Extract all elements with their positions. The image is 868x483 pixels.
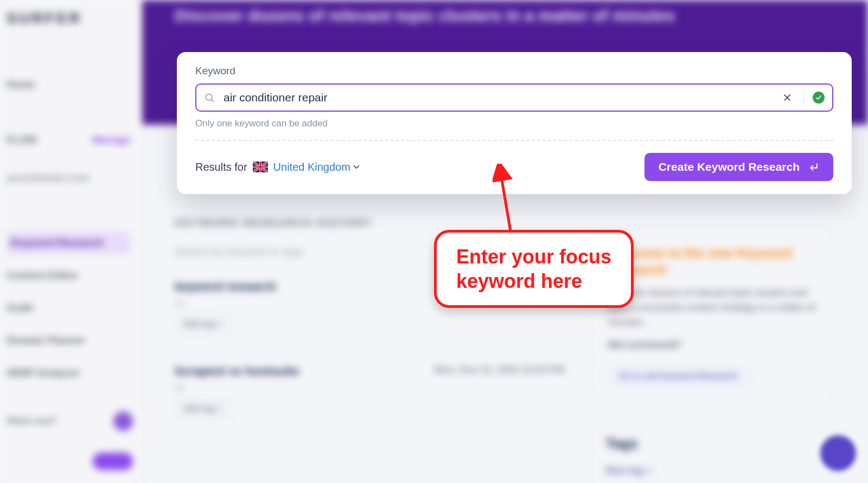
- create-research-label: Create Keyword Research: [659, 160, 800, 173]
- nav-audit[interactable]: Audit: [7, 297, 131, 319]
- history-add-tag[interactable]: Add tag +: [175, 314, 231, 334]
- keyword-label: Keyword: [195, 65, 833, 77]
- keyword-input-wrap[interactable]: [195, 83, 833, 112]
- welcome-title: Welcome to the new Keyword Research: [608, 244, 819, 278]
- nav-serp-analyzer[interactable]: SERP Analyzer: [7, 362, 131, 384]
- svg-rect-8: [253, 166, 268, 168]
- country-selector[interactable]: United Kingdom: [273, 161, 361, 173]
- nav-home[interactable]: Home: [7, 73, 131, 96]
- keyword-input[interactable]: [222, 91, 774, 105]
- nav-domain-planner[interactable]: Domain Planner: [7, 329, 131, 352]
- sidebar: SURFER Home FLOW Manage yourdomain.com K…: [0, 0, 142, 483]
- hero-headline: Discover dozens of relevant topic cluste…: [175, 7, 675, 24]
- enter-icon: [808, 162, 819, 172]
- flow-manage-link[interactable]: Manage: [92, 134, 131, 146]
- svg-line-1: [211, 99, 213, 101]
- history-date: Mon, Nov 21, 2022 12:03 PM: [435, 364, 564, 376]
- history-date: Mon, Nov 28, 2022 8:13 PM: [440, 280, 564, 291]
- results-for-label: Results for: [195, 161, 247, 173]
- whats-new-row[interactable]: What's new?: [7, 411, 133, 431]
- valid-check-icon: [813, 92, 825, 104]
- chevron-down-icon: [352, 162, 361, 172]
- history-heading: KEYWORD RESEARCH HISTORY: [175, 217, 564, 229]
- history-item[interactable]: Mon, Nov 28, 2022 8:13 PM keyword resear…: [175, 280, 564, 334]
- welcome-old-link[interactable]: Go to old Keyword Research: [608, 365, 749, 388]
- chat-fab[interactable]: [820, 435, 856, 471]
- flow-label: FLOW: [7, 134, 37, 146]
- input-separator: [803, 91, 804, 105]
- whats-new-badge-icon: [113, 411, 133, 431]
- history-search-hint[interactable]: Search by keyword or tags: [175, 246, 564, 258]
- uk-flag-icon: [253, 162, 268, 172]
- nav-content-editor[interactable]: Content Editor: [7, 264, 131, 287]
- clear-icon[interactable]: [782, 92, 793, 103]
- app-logo: SURFER: [7, 10, 131, 27]
- welcome-question: Not convinced?: [608, 339, 819, 351]
- nav-keyword-research[interactable]: Keyword Research: [7, 231, 131, 254]
- history-loc: us: [175, 298, 564, 308]
- create-research-button[interactable]: Create Keyword Research: [644, 153, 833, 181]
- keyword-modal: Keyword Only one ke: [177, 52, 852, 194]
- tags-title: Tags: [606, 435, 821, 452]
- history-item[interactable]: Mon, Nov 21, 2022 12:03 PM Scrapeol vs h…: [175, 364, 564, 418]
- history-add-tag[interactable]: Add tag +: [175, 399, 231, 418]
- results-for: Results for United Kingdom: [195, 161, 361, 173]
- whats-new-label: What's new?: [7, 416, 56, 426]
- signup-button[interactable]: [93, 453, 133, 470]
- divider: [195, 140, 833, 141]
- welcome-card: Welcome to the new Keyword Research Disc…: [591, 228, 835, 404]
- tags-card: Tags New tag +: [591, 421, 835, 483]
- keyword-helper-text: Only one keyword can be added: [195, 118, 833, 129]
- flow-domain[interactable]: yourdomain.com: [7, 166, 131, 189]
- country-name: United Kingdom: [273, 161, 350, 173]
- welcome-body: Discover dozens of relevant topic cluste…: [608, 286, 819, 330]
- history-loc: us: [175, 383, 564, 392]
- flow-header: FLOW Manage: [7, 128, 131, 151]
- tags-new[interactable]: New tag +: [606, 465, 821, 476]
- search-icon: [204, 92, 215, 103]
